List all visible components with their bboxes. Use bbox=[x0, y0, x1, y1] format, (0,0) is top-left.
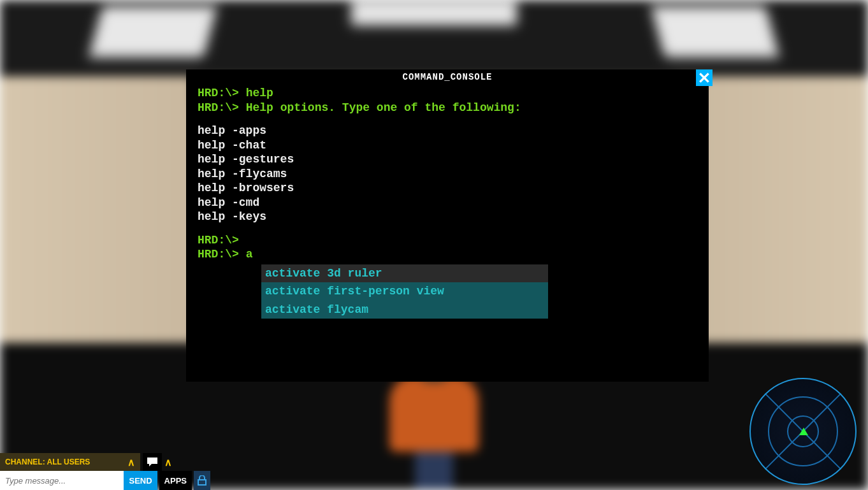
close-icon bbox=[698, 71, 711, 84]
console-line: help -cmd bbox=[198, 196, 697, 210]
chat-icon bbox=[147, 457, 158, 467]
close-button[interactable] bbox=[696, 69, 712, 86]
console-output: HRD:\> help HRD:\> Help options. Type on… bbox=[186, 86, 709, 319]
chevron-up-icon: ∧ bbox=[164, 456, 172, 468]
console-line: Help options. Type one of the following: bbox=[246, 101, 521, 114]
prompt: HRD:\> bbox=[198, 248, 239, 261]
chat-hud: CHANNEL: ALL USERS ∧ ∧ SEND APPS bbox=[0, 453, 210, 490]
chat-message-input[interactable] bbox=[0, 471, 124, 490]
player-marker-icon bbox=[799, 428, 808, 435]
lock-icon bbox=[198, 475, 206, 486]
prompt: HRD:\> bbox=[198, 234, 239, 247]
channel-selector[interactable]: CHANNEL: ALL USERS ∧ bbox=[0, 453, 140, 471]
lock-toggle-button[interactable] bbox=[194, 471, 210, 490]
command-console-window: COMMAND_CONSOLE HRD:\> help HRD:\> Help … bbox=[186, 69, 709, 382]
prompt: HRD:\> bbox=[198, 87, 239, 99]
console-line: help -keys bbox=[198, 210, 697, 224]
autocomplete-popup: activate 3d ruler activate first-person … bbox=[261, 264, 548, 319]
console-line: help -gestures bbox=[198, 152, 697, 167]
console-current-input: a bbox=[246, 248, 253, 261]
autocomplete-item[interactable]: activate 3d ruler bbox=[261, 264, 548, 283]
console-title: COMMAND_CONSOLE bbox=[186, 72, 709, 82]
apps-button[interactable]: APPS bbox=[159, 471, 192, 490]
autocomplete-item[interactable]: activate first-person view bbox=[261, 282, 548, 301]
console-line: help -apps bbox=[198, 124, 697, 138]
chevron-up-icon: ∧ bbox=[127, 456, 135, 468]
autocomplete-item[interactable]: activate flycam bbox=[261, 301, 548, 319]
prompt: HRD:\> bbox=[198, 101, 239, 114]
console-line: help -chat bbox=[198, 138, 697, 153]
console-input-line[interactable]: HRD:\> a bbox=[198, 247, 697, 262]
console-line: help bbox=[246, 87, 273, 99]
console-line: help -browsers bbox=[198, 181, 697, 196]
radar-minimap[interactable] bbox=[749, 378, 857, 485]
player-avatar bbox=[389, 375, 479, 490]
channel-label-text: CHANNEL: ALL USERS bbox=[5, 458, 90, 466]
chat-toggle-button[interactable] bbox=[143, 453, 162, 471]
send-button[interactable]: SEND bbox=[124, 471, 157, 490]
console-line: help -flycams bbox=[198, 167, 697, 182]
